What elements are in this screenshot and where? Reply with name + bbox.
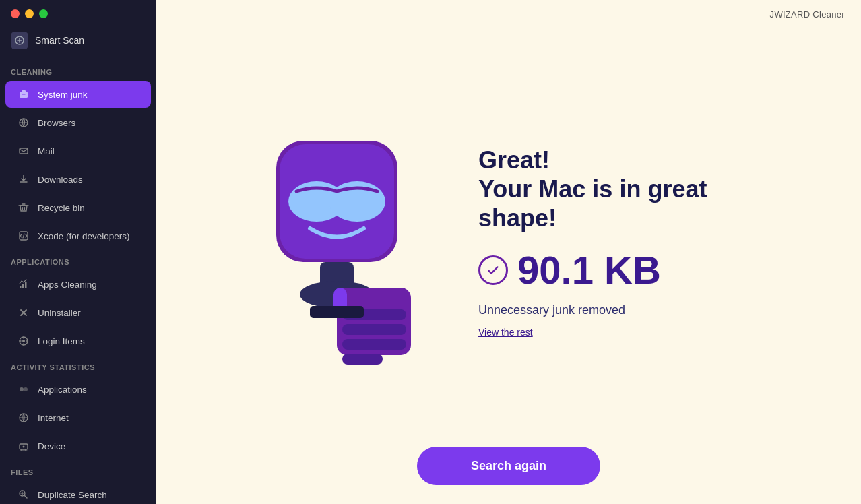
sidebar-item-smart-scan[interactable]: Smart Scan [0, 25, 156, 60]
svg-rect-2 [22, 90, 26, 92]
app-title: JWIZARD Cleaner [770, 9, 845, 20]
svg-point-10 [22, 340, 25, 342]
result-area: Great! Your Mac is in great shape! 90.1 … [156, 20, 861, 504]
login-items-icon [16, 334, 31, 348]
downloads-icon [16, 172, 31, 187]
smart-scan-icon [11, 32, 28, 49]
mail-label: Mail [38, 146, 55, 156]
browsers-icon [16, 115, 31, 130]
system-junk-icon [16, 87, 31, 102]
search-again-button[interactable]: Search again [417, 447, 600, 485]
section-files-label: Files [0, 460, 156, 480]
svg-rect-4 [20, 148, 28, 154]
xcode-icon [16, 228, 31, 243]
main-header: JWIZARD Cleaner [156, 0, 861, 20]
applications-stats-icon [16, 382, 31, 397]
sidebar-item-mail[interactable]: Mail [5, 137, 151, 164]
svg-rect-7 [22, 284, 24, 288]
svg-rect-27 [342, 354, 383, 365]
svg-rect-25 [342, 324, 406, 335]
duplicate-search-label: Duplicate Search [38, 490, 107, 500]
sidebar-item-xcode[interactable]: Xcode (for developers) [5, 222, 151, 249]
result-subtitle: Unnecessary junk removed [478, 303, 782, 317]
device-icon [16, 439, 31, 453]
sidebar-item-uninstaller[interactable]: Uninstaller [5, 299, 151, 326]
uninstaller-icon [16, 305, 31, 320]
smart-scan-label: Smart Scan [35, 35, 84, 46]
result-title-line2: Your Mac is in great shape! [478, 175, 782, 232]
result-size-row: 90.1 KB [478, 247, 782, 292]
main-content-area: JWIZARD Cleaner [156, 0, 861, 504]
section-applications-label: Applications [0, 250, 156, 270]
xcode-label: Xcode (for developers) [38, 231, 130, 241]
device-label: Device [38, 441, 65, 451]
minimize-button[interactable] [25, 9, 34, 18]
duplicate-search-icon [16, 487, 31, 502]
downloads-label: Downloads [38, 175, 83, 185]
sidebar-item-system-junk[interactable]: System junk [5, 81, 151, 108]
apps-cleaning-label: Apps Cleaning [38, 280, 97, 290]
result-size-value: 90.1 KB [517, 247, 661, 292]
check-circle-icon [478, 255, 508, 285]
traffic-lights [0, 0, 156, 25]
section-cleaning-label: Cleaning [0, 60, 156, 80]
browsers-label: Browsers [38, 118, 75, 128]
result-panel: Great! Your Mac is in great shape! 90.1 … [478, 146, 782, 338]
sidebar-item-downloads[interactable]: Downloads [5, 166, 151, 193]
sidebar: Smart Scan Cleaning System junk Browsers [0, 0, 156, 504]
svg-point-11 [20, 387, 24, 391]
sidebar-item-duplicate-search[interactable]: Duplicate Search [5, 481, 151, 504]
sidebar-item-apps-cleaning[interactable]: Apps Cleaning [5, 271, 151, 298]
sidebar-item-recycle-bin[interactable]: Recycle bin [5, 194, 151, 221]
apps-cleaning-icon [16, 277, 31, 292]
sidebar-item-internet[interactable]: Internet [5, 404, 151, 431]
login-items-label: Login Items [38, 336, 85, 346]
svg-rect-6 [20, 286, 22, 288]
internet-label: Internet [38, 413, 69, 423]
section-activity-label: Activity statistics [0, 355, 156, 375]
svg-rect-26 [342, 339, 406, 350]
sidebar-item-login-items[interactable]: Login Items [5, 327, 151, 354]
svg-point-15 [23, 446, 25, 448]
result-title: Great! Your Mac is in great shape! [478, 146, 782, 233]
svg-point-12 [24, 387, 28, 391]
close-button[interactable] [11, 9, 20, 18]
mail-icon [16, 144, 31, 158]
recycle-bin-icon [16, 200, 31, 215]
recycle-bin-label: Recycle bin [38, 203, 85, 213]
view-rest-link[interactable]: View the rest [478, 327, 782, 338]
maximize-button[interactable] [39, 9, 48, 18]
uninstaller-label: Uninstaller [38, 308, 81, 318]
sidebar-item-applications-stats[interactable]: Applications [5, 376, 151, 403]
sidebar-item-device[interactable]: Device [5, 433, 151, 460]
internet-icon [16, 410, 31, 425]
svg-rect-29 [310, 306, 364, 318]
result-title-line1: Great! [478, 146, 782, 175]
applications-stats-label: Applications [38, 385, 87, 395]
svg-rect-8 [25, 282, 27, 288]
system-junk-label: System junk [38, 90, 88, 100]
robot-illustration [236, 107, 438, 377]
sidebar-item-browsers[interactable]: Browsers [5, 109, 151, 136]
